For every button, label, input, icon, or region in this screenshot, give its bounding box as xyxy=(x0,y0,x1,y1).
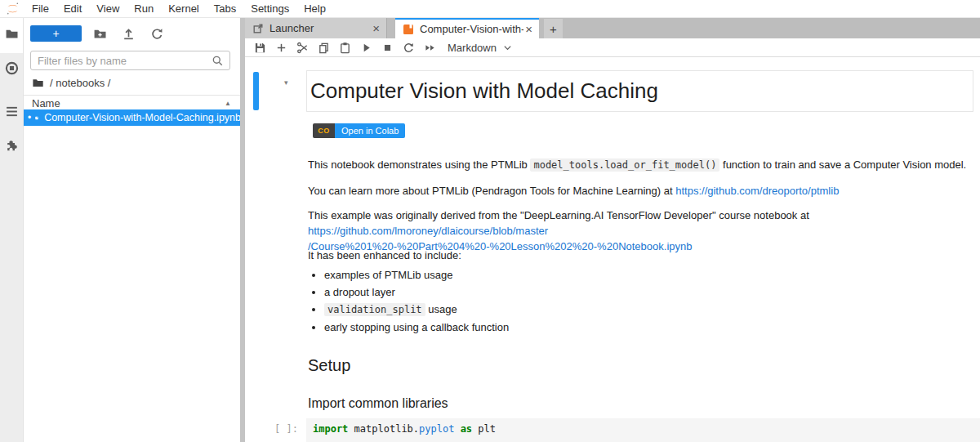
paste-icon[interactable] xyxy=(339,42,351,54)
menu-run[interactable]: Run xyxy=(127,0,161,17)
list-item: validation_split usage xyxy=(324,302,509,317)
code-keyword: as xyxy=(454,423,472,435)
list-item: a dropout layer xyxy=(324,285,509,299)
cell-type-dropdown[interactable]: Markdown xyxy=(448,42,512,54)
add-tab-button[interactable]: + xyxy=(544,19,563,38)
code-cell-prompt: [ ]: xyxy=(274,423,298,435)
notebook-file-icon xyxy=(35,113,38,123)
tab-label: Computer-Vision-with-Mode xyxy=(420,23,523,35)
name-column-header[interactable]: Name xyxy=(32,97,225,109)
notebook-content: ▾ Computer Vision with Model Caching CO … xyxy=(245,57,980,442)
file-browser-panel: + / notebooks / Name ▲ • xyxy=(23,18,240,442)
open-in-colab-badge[interactable]: CO Open in Colab xyxy=(313,123,405,138)
menu-help[interactable]: Help xyxy=(296,0,333,17)
filter-files-box xyxy=(30,51,230,70)
breadcrumb-path: / notebooks / xyxy=(50,77,110,89)
file-modified-dot: • xyxy=(28,112,31,123)
text-segment: a dropout layer xyxy=(324,286,395,298)
file-list-header[interactable]: Name ▲ xyxy=(24,95,241,111)
menu-tabs[interactable]: Tabs xyxy=(207,0,243,17)
chevron-down-icon xyxy=(503,43,512,52)
code-line: import matplotlib.pyplot as plt xyxy=(306,418,980,435)
hyperlink[interactable]: https://github.com/lmoroney/dlaicourse/b… xyxy=(308,225,548,237)
notebook-file-icon xyxy=(403,24,414,35)
file-name: Computer-Vision-with-Model-Caching.ipynb xyxy=(44,112,241,123)
refresh-icon[interactable] xyxy=(150,27,164,41)
colab-badge-label: Open in Colab xyxy=(335,123,405,138)
menu-file[interactable]: File xyxy=(24,0,56,17)
save-icon[interactable] xyxy=(254,42,266,54)
cut-icon[interactable] xyxy=(296,42,309,54)
sidebar-icon-strip xyxy=(0,18,23,442)
list-item: examples of PTMLib usage xyxy=(324,268,509,282)
menu-view[interactable]: View xyxy=(89,0,127,17)
main-tab-bar: Launcher × Computer-Vision-with-Mode × + xyxy=(245,18,980,38)
file-row-selected[interactable]: • Computer-Vision-with-Model-Caching.ipy… xyxy=(24,109,241,126)
text-segment: You can learn more about PTMLib (Pendrag… xyxy=(308,185,675,197)
hyperlink[interactable]: https://github.com/dreoporto/ptmlib xyxy=(675,185,839,197)
paragraph-enhanced-intro: It has been enhanced to include: xyxy=(308,248,978,263)
tab-label: Launcher xyxy=(270,22,371,34)
text-segment: It has been enhanced to include: xyxy=(308,249,461,261)
code-property: pyplot xyxy=(419,423,454,435)
table-of-contents-icon[interactable] xyxy=(5,105,19,118)
paragraph-learn-more: You can learn more about PTMLib (Pendrag… xyxy=(308,183,978,199)
code-keyword: import xyxy=(313,423,348,435)
stop-icon[interactable] xyxy=(381,42,394,54)
list-item: early stopping using a callback function xyxy=(324,320,509,334)
upload-icon[interactable] xyxy=(122,27,136,41)
restart-icon[interactable] xyxy=(403,42,415,54)
fast-forward-icon[interactable] xyxy=(424,42,436,54)
cell-type-value: Markdown xyxy=(448,42,497,54)
filter-files-input[interactable] xyxy=(31,55,212,67)
paragraph-ptmlib-demo: This notebook demonstrates using the PTM… xyxy=(308,157,978,173)
menu-settings[interactable]: Settings xyxy=(243,0,296,17)
menu-kernel[interactable]: Kernel xyxy=(161,0,207,17)
menu-bar: File Edit View Run Kernel Tabs Settings … xyxy=(0,0,980,18)
file-browser-icon[interactable] xyxy=(5,27,19,41)
menu-edit[interactable]: Edit xyxy=(56,0,89,17)
text-segment: This notebook demonstrates using the PTM… xyxy=(308,158,530,171)
text-segment: examples of PTMLib usage xyxy=(324,269,453,281)
tab-launcher[interactable]: Launcher × xyxy=(245,18,387,38)
text-segment: function to train and save a Computer Vi… xyxy=(719,158,966,171)
setup-heading: Setup xyxy=(308,356,350,375)
search-icon xyxy=(212,55,224,67)
home-folder-icon xyxy=(32,77,44,89)
inline-code: validation_split xyxy=(324,303,425,316)
running-kernels-icon[interactable] xyxy=(5,61,19,75)
page-title: Computer Vision with Model Caching xyxy=(310,78,658,104)
text-segment: matplotlib. xyxy=(348,423,419,435)
sort-ascending-icon: ▲ xyxy=(225,100,231,107)
jupyter-logo-icon xyxy=(6,2,20,16)
new-folder-icon[interactable] xyxy=(93,27,107,41)
launcher-icon xyxy=(252,23,264,34)
enhancement-list: examples of PTMLib usage a dropout layer… xyxy=(324,268,509,337)
code-cell[interactable]: import matplotlib.pyplot as plt xyxy=(306,418,980,442)
notebook-toolbar: Markdown xyxy=(245,38,980,57)
colab-logo-icon: CO xyxy=(313,123,335,138)
new-launcher-button[interactable]: + xyxy=(30,25,82,42)
active-cell-indicator[interactable] xyxy=(253,72,259,110)
breadcrumb[interactable]: / notebooks / xyxy=(32,77,110,89)
copy-icon[interactable] xyxy=(318,42,330,54)
tab-notebook-active[interactable]: Computer-Vision-with-Mode × xyxy=(395,18,539,38)
import-libraries-heading: Import common libraries xyxy=(308,396,448,411)
cell-collapser-icon[interactable]: ▾ xyxy=(284,78,288,87)
text-segment: early stopping using a callback function xyxy=(324,321,509,333)
extensions-icon[interactable] xyxy=(5,137,19,151)
close-tab-icon[interactable]: × xyxy=(372,22,380,34)
run-icon[interactable] xyxy=(360,42,372,54)
markdown-title-cell[interactable]: Computer Vision with Model Caching xyxy=(306,70,973,112)
text-segment: This example was originally derived from… xyxy=(308,209,809,221)
text-segment: plt xyxy=(472,423,496,435)
inline-code: model_tools.load_or_fit_model() xyxy=(530,158,719,172)
add-cell-icon[interactable] xyxy=(275,42,287,54)
close-tab-icon[interactable]: × xyxy=(525,23,532,35)
text-segment: usage xyxy=(425,303,457,315)
